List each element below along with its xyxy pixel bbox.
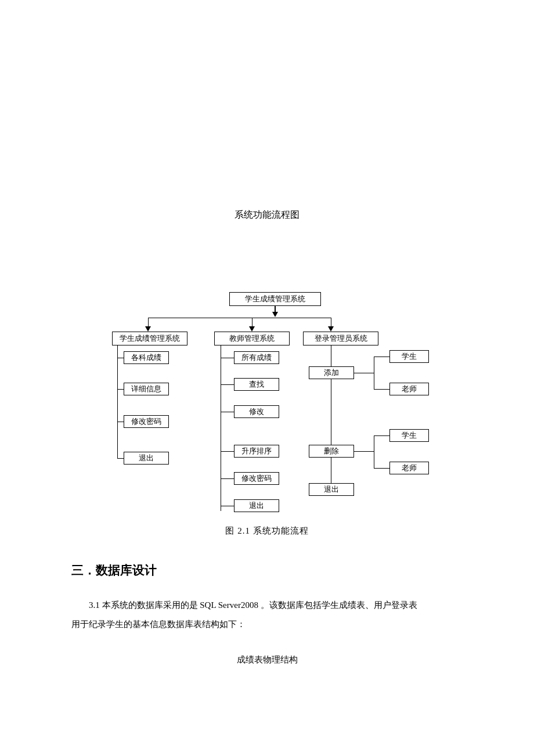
arrow-down-icon [328, 326, 334, 332]
col3-sub2-0: 学生 [389, 429, 429, 442]
arrow-down-icon [249, 326, 255, 332]
col2-item-5: 退出 [234, 499, 279, 512]
col2-item-2: 修改 [234, 405, 279, 418]
col3-sub1-1: 老师 [389, 383, 429, 395]
col2-item-4: 修改密码 [234, 472, 279, 485]
col2-item-3: 升序排序 [234, 445, 279, 458]
col1-item-0: 各科成绩 [124, 351, 169, 364]
col3-mid-1: 删除 [309, 445, 354, 458]
section-heading: 三．数据库设计 [71, 562, 157, 578]
col3-sub1-0: 学生 [389, 350, 429, 363]
arrow-down-icon [145, 326, 151, 332]
col1-item-2: 修改密码 [124, 415, 169, 428]
body-paragraph: 3.1 本系统的数据库采用的是 SQL Server2008 。该数据库包括学生… [71, 596, 460, 634]
col1-item-3: 退出 [124, 452, 169, 465]
body-p2: 用于纪录学生的基本信息数据库表结构如下： [71, 615, 460, 634]
col2-item-1: 查找 [234, 378, 279, 391]
col3-mid-0: 添加 [309, 366, 354, 379]
col2-item-0: 所有成绩 [234, 351, 279, 364]
col3-mid-2: 退出 [309, 483, 354, 496]
system-flow-diagram: 学生成绩管理系统 学生成绩管理系统 各科成绩 详细信息 修改密码 退出 教师管理… [99, 292, 453, 513]
figure-caption: 图 2.1 系统功能流程 [0, 525, 534, 537]
col2-header: 教师管理系统 [214, 332, 290, 345]
col3-header: 登录管理员系统 [303, 332, 378, 345]
col3-sub2-1: 老师 [389, 462, 429, 474]
body-p1: 3.1 本系统的数据库采用的是 SQL Server2008 。该数据库包括学生… [71, 596, 460, 615]
root-box: 学生成绩管理系统 [229, 292, 321, 306]
col1-item-1: 详细信息 [124, 383, 169, 395]
table-title: 成绩表物理结构 [0, 654, 534, 665]
page-title: 系统功能流程图 [0, 209, 534, 221]
arrow-down-icon [272, 312, 278, 317]
col1-header: 学生成绩管理系统 [112, 332, 187, 345]
